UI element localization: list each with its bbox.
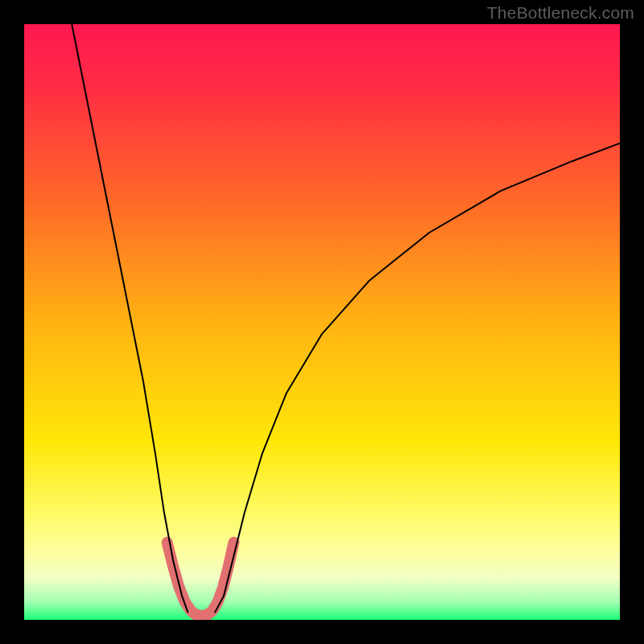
plot-area [24,24,620,620]
gradient-background [24,24,620,620]
chart-frame: TheBottleneck.com [0,0,644,644]
watermark-text: TheBottleneck.com [487,3,634,23]
chart-svg [24,24,620,620]
